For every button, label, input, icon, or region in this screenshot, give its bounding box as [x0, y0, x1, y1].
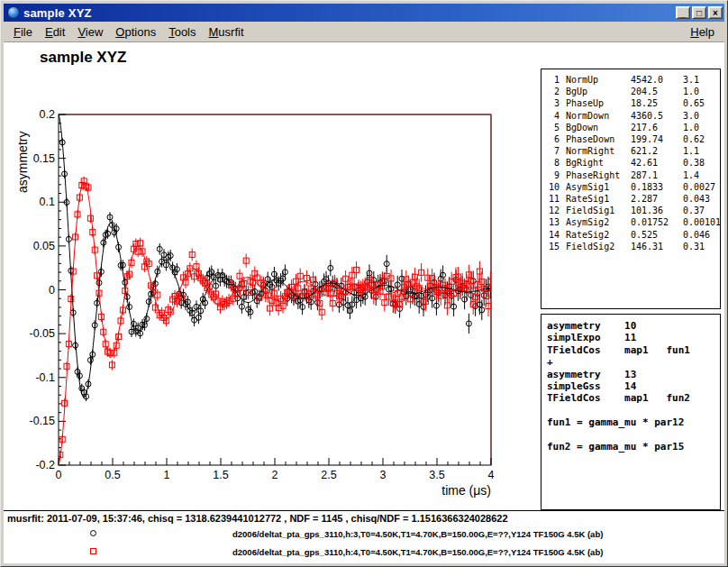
fit-stats: musrfit: 2011-07-09, 15:37:46, chisq = 1…: [7, 513, 508, 524]
svg-text:3.5: 3.5: [429, 469, 444, 481]
param-error: 1.4: [683, 169, 720, 181]
svg-text:-0.1: -0.1: [35, 371, 55, 384]
param-row: 1NormUp4542.03.1: [545, 74, 720, 86]
data-points: [58, 105, 494, 459]
param-name: RateSig2: [566, 229, 631, 241]
fit-curves: [59, 114, 491, 466]
menu-item-edit[interactable]: Edit: [39, 23, 71, 41]
param-no: 13: [545, 216, 560, 228]
param-value: 146.31: [631, 241, 683, 252]
app-icon[interactable]: [7, 6, 20, 19]
theory-line: TFieldCos map1 fun1: [547, 344, 720, 356]
menu-item-tools[interactable]: Tools: [162, 23, 202, 41]
theory-line: [547, 405, 720, 416]
param-error: 0.62: [683, 133, 720, 145]
canvas-area: sample XYZ 0.20.150.10.050-0.05-0.1-0.15…: [4, 42, 724, 563]
svg-text:0.2: 0.2: [40, 108, 55, 121]
menu-item-help[interactable]: Help: [684, 23, 721, 41]
theory-box: asymmetry 10simplExpo 11TFieldCos map1 f…: [541, 314, 721, 510]
svg-text:-0.15: -0.15: [30, 415, 56, 427]
param-value: 621.2: [631, 145, 683, 157]
svg-text:0: 0: [56, 469, 62, 481]
minimize-button[interactable]: _: [676, 6, 690, 19]
param-name: PhaseRight: [566, 169, 631, 181]
menu-item-file[interactable]: File: [7, 23, 39, 41]
titlebar[interactable]: sample XYZ _□×: [4, 4, 724, 22]
param-no: 3: [545, 97, 560, 109]
param-row: 14RateSig20.5250.046: [545, 229, 720, 241]
menu-item-options[interactable]: Options: [109, 23, 162, 41]
menu-item-musrfit[interactable]: Musrfit: [203, 23, 250, 41]
asymmetry-plot[interactable]: 0.20.150.10.050-0.05-0.1-0.15-0.200.511.…: [4, 42, 508, 515]
param-error: 0.37: [683, 205, 720, 216]
param-row: 11RateSig12.2870.043: [545, 193, 720, 205]
svg-text:0.15: 0.15: [33, 152, 55, 165]
window-controls: _□×: [676, 6, 723, 19]
series-squares: [58, 177, 494, 460]
param-value: 18.25: [631, 97, 683, 109]
stats-separator: [4, 510, 724, 511]
param-value: 4542.0: [631, 74, 683, 86]
param-error: 1.1: [683, 145, 720, 157]
param-error: 0.046: [683, 229, 720, 241]
param-no: 5: [545, 122, 560, 133]
svg-text:0.1: 0.1: [40, 196, 55, 208]
param-no: 12: [545, 205, 560, 216]
maximize-button[interactable]: □: [692, 6, 706, 19]
param-row: 4NormDown4360.53.0: [545, 110, 720, 122]
param-row: 9PhaseRight287.11.4: [545, 169, 720, 181]
param-name: PhaseDown: [566, 133, 631, 145]
param-name: NormRight: [566, 145, 631, 157]
param-name: RateSig1: [566, 193, 631, 205]
param-row: 12FieldSig1101.360.37: [545, 205, 720, 216]
theory-line: +: [547, 356, 720, 368]
svg-text:0: 0: [49, 284, 55, 297]
param-value: 4360.5: [631, 110, 683, 122]
menu-item-view[interactable]: View: [71, 23, 109, 41]
param-name: FieldSig2: [566, 241, 631, 252]
window-title: sample XYZ: [23, 6, 676, 20]
param-row: 7NormRight621.21.1: [545, 145, 720, 157]
svg-text:0.5: 0.5: [105, 469, 120, 481]
param-no: 6: [545, 133, 560, 145]
theory-line: simplExpo 11: [547, 332, 720, 343]
menubar: FileEditViewOptionsToolsMusrfitHelp: [4, 22, 724, 42]
param-row: 3PhaseUp18.250.65: [545, 97, 720, 109]
close-button[interactable]: ×: [708, 6, 723, 19]
legend-row: d2006/deltat_pta_gps_3110,h:4,T0=4.50K,T…: [4, 544, 724, 561]
param-no: 4: [545, 110, 560, 122]
param-name: BgUp: [566, 86, 631, 97]
param-name: BgRight: [566, 157, 631, 169]
param-no: 2: [545, 86, 560, 97]
legend-row: d2006/deltat_pta_gps_3110,h:3,T0=4.50K,T…: [4, 526, 724, 543]
y-tick-labels: 0.20.150.10.050-0.05-0.1-0.15-0.2: [30, 108, 56, 471]
param-value: 0.1833: [631, 181, 683, 193]
param-name: AsymSig2: [566, 216, 631, 228]
x-tick-labels: 00.511.522.533.54: [56, 469, 495, 481]
param-name: NormDown: [566, 110, 631, 122]
param-value: 2.287: [631, 193, 683, 205]
theory-line: asymmetry 13: [547, 369, 720, 380]
x-axis-label: time (μs): [441, 483, 491, 498]
param-no: 10: [545, 181, 560, 193]
param-name: NormUp: [566, 74, 631, 86]
theory-line: fun2 = gamma_mu * par15: [547, 441, 720, 453]
parameter-table: 1NormUp4542.03.12BgUp204.51.03PhaseUp18.…: [541, 69, 721, 309]
param-no: 1: [545, 74, 560, 86]
param-name: AsymSig1: [566, 181, 631, 193]
svg-text:0.05: 0.05: [33, 240, 55, 252]
param-no: 15: [545, 241, 560, 252]
param-error: 1.0: [683, 86, 720, 97]
theory-line: simpleGss 14: [547, 380, 720, 392]
param-error: 0.043: [683, 193, 720, 205]
param-value: 42.61: [631, 157, 683, 169]
param-value: 204.5: [631, 86, 683, 97]
param-row: 15FieldSig2146.310.31: [545, 241, 720, 252]
param-error: 0.00101: [683, 216, 721, 228]
param-no: 14: [545, 229, 560, 241]
param-error: 3.1: [683, 74, 720, 86]
param-error: 0.65: [683, 97, 720, 109]
theory-line: [547, 429, 720, 441]
theory-line: TFieldCos map1 fun2: [547, 392, 720, 404]
param-row: 2BgUp204.51.0: [545, 86, 720, 97]
